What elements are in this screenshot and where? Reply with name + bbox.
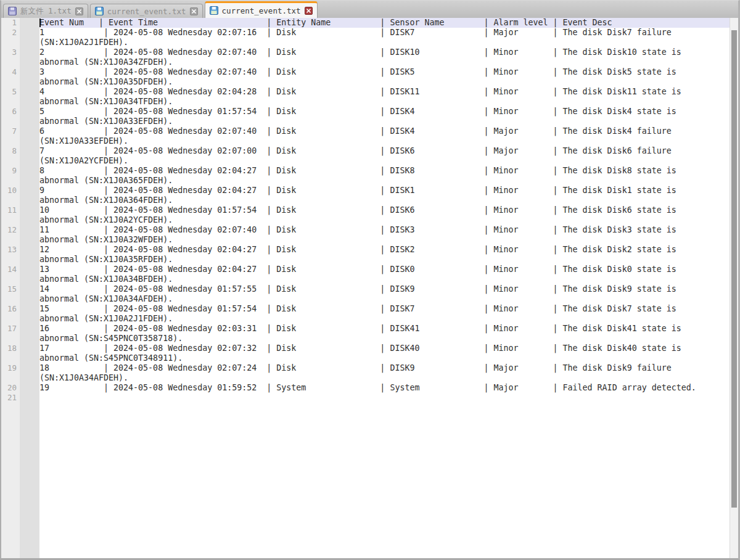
editor-line[interactable]: 43 | 2024-05-08 Wednesday 02:07:40 | Dis… [1,67,730,77]
editor-line[interactable]: abnormal (SN:X1J0A2YCFDEH). [1,215,730,225]
line-number [1,215,20,225]
close-icon[interactable] [190,7,198,15]
line-text[interactable]: 6 | 2024-05-08 Wednesday 02:07:40 | Disk… [39,126,730,136]
editor-line[interactable]: 21 | 2024-05-08 Wednesday 02:07:16 | Dis… [1,28,730,38]
tab-current-event-2-active[interactable]: current_event.txt [205,1,318,18]
editor-line[interactable]: abnormal (SN:X1J0A2J1FDEH). [1,314,730,324]
line-text[interactable]: 17 | 2024-05-08 Wednesday 02:07:32 | Dis… [39,344,730,353]
line-number: 17 [1,324,20,334]
editor-line[interactable]: 109 | 2024-05-08 Wednesday 02:04:27 | Di… [1,186,730,196]
editor-line[interactable]: 54 | 2024-05-08 Wednesday 02:04:28 | Dis… [1,87,730,97]
line-text[interactable]: (SN:X1J0A2J1FDEH). [39,38,730,47]
editor-line[interactable]: 1716 | 2024-05-08 Wednesday 02:03:31 | D… [1,324,730,334]
line-text[interactable]: abnormal (SN:X1J0A2J1FDEH). [39,314,730,324]
editor-line[interactable]: 2019 | 2024-05-08 Wednesday 01:59:52 | S… [1,383,730,393]
line-text[interactable]: (SN:X1J0A34AFDEH). [39,373,730,383]
line-text[interactable]: 3 | 2024-05-08 Wednesday 02:07:40 | Disk… [39,67,730,77]
editor-line[interactable]: 1211 | 2024-05-08 Wednesday 02:07:40 | D… [1,225,730,235]
editor-line[interactable]: (SN:X1J0A2YCFDEH). [1,156,730,166]
line-text[interactable]: abnormal (SN:X1J0A35DFDEH). [39,77,730,87]
editor-line[interactable]: abnormal (SN:X1J0A32WFDEH). [1,235,730,245]
editor-line[interactable]: (SN:X1J0A34AFDEH). [1,373,730,383]
line-margin [20,28,39,38]
editor-line[interactable]: abnormal (SN:X1J0A34AFDEH). [1,294,730,304]
line-text[interactable]: 13 | 2024-05-08 Wednesday 02:04:27 | Dis… [39,265,730,274]
editor-line[interactable]: 1817 | 2024-05-08 Wednesday 02:07:32 | D… [1,344,730,353]
editor-line[interactable]: (SN:X1J0A33EFDEH). [1,136,730,146]
line-text[interactable]: abnormal (SN:X1J0A34AFDEH). [39,294,730,304]
line-text[interactable]: 10 | 2024-05-08 Wednesday 01:57:54 | Dis… [39,205,730,215]
editor-line[interactable]: abnormal (SN:X1J0A35DFDEH). [1,77,730,87]
line-margin [20,324,39,334]
line-number [1,136,20,146]
editor-line[interactable]: 1615 | 2024-05-08 Wednesday 01:57:54 | D… [1,304,730,314]
line-margin [20,117,39,126]
editor-line[interactable]: abnormal (SN:X1J0A365FDEH). [1,176,730,186]
editor-line[interactable]: 1918 | 2024-05-08 Wednesday 02:07:24 | D… [1,363,730,373]
tab-new-file-1[interactable]: 新文件 1.txt [3,4,88,18]
line-text[interactable]: 11 | 2024-05-08 Wednesday 02:07:40 | Dis… [39,225,730,235]
editor-line[interactable]: 1514 | 2024-05-08 Wednesday 01:57:55 | D… [1,284,730,294]
editor-line[interactable]: abnormal (SN:X1J0A34ZFDEH). [1,57,730,67]
line-margin [20,156,39,166]
editor-line[interactable]: abnormal (SN:X1J0A35RFDEH). [1,255,730,265]
line-margin [20,107,39,117]
editor-line[interactable]: 1312 | 2024-05-08 Wednesday 02:04:27 | D… [1,245,730,255]
line-number: 19 [1,363,20,373]
line-text[interactable]: 15 | 2024-05-08 Wednesday 01:57:54 | Dis… [39,304,730,314]
text-editor[interactable]: 1Event Num | Event Time | Entity Name | … [1,18,738,558]
close-icon[interactable] [305,7,313,15]
editor-line[interactable]: 1Event Num | Event Time | Entity Name | … [1,18,730,28]
line-text[interactable]: 19 | 2024-05-08 Wednesday 01:59:52 | Sys… [39,383,730,393]
line-text[interactable]: abnormal (SN:X1J0A34TFDEH). [39,97,730,107]
line-number [1,294,20,304]
line-text[interactable]: 4 | 2024-05-08 Wednesday 02:04:28 | Disk… [39,87,730,97]
editor-line[interactable]: abnormal (SN:X1J0A364FDEH). [1,196,730,205]
editor-line[interactable]: (SN:X1J0A2J1FDEH). [1,38,730,47]
line-text[interactable]: 9 | 2024-05-08 Wednesday 02:04:27 | Disk… [39,186,730,196]
editor-line[interactable]: 1110 | 2024-05-08 Wednesday 01:57:54 | D… [1,205,730,215]
line-number: 9 [1,166,20,176]
editor-line[interactable]: abnormal (SN:X1J0A34BFDEH). [1,274,730,284]
editor-line[interactable]: 65 | 2024-05-08 Wednesday 01:57:54 | Dis… [1,107,730,117]
line-text[interactable] [39,393,730,403]
line-text[interactable]: abnormal (SN:X1J0A32WFDEH). [39,235,730,245]
tab-current-event-1[interactable]: current_event.txt [90,4,203,18]
line-number: 18 [1,344,20,353]
editor-line[interactable]: 87 | 2024-05-08 Wednesday 02:07:00 | Dis… [1,146,730,156]
line-text[interactable]: abnormal (SN:X1J0A365FDEH). [39,176,730,186]
line-text[interactable]: 8 | 2024-05-08 Wednesday 02:04:27 | Disk… [39,166,730,176]
line-text[interactable]: abnormal (SN:X1J0A2YCFDEH). [39,215,730,225]
line-text[interactable]: 5 | 2024-05-08 Wednesday 01:57:54 | Disk… [39,107,730,117]
editor-line[interactable]: 76 | 2024-05-08 Wednesday 02:07:40 | Dis… [1,126,730,136]
line-text[interactable]: 7 | 2024-05-08 Wednesday 02:07:00 | Disk… [39,146,730,156]
line-text[interactable]: abnormal (SN:X1J0A34BFDEH). [39,274,730,284]
editor-line[interactable]: abnormal (SN:S45PNC0T358718). [1,334,730,344]
line-text[interactable]: abnormal (SN:S45PNC0T348911). [39,353,730,363]
line-text[interactable]: abnormal (SN:X1J0A34ZFDEH). [39,57,730,67]
vertical-scrollbar[interactable] [730,18,738,558]
line-number: 8 [1,146,20,156]
line-text[interactable]: 16 | 2024-05-08 Wednesday 02:03:31 | Dis… [39,324,730,334]
editor-line[interactable]: abnormal (SN:X1J0A34TFDEH). [1,97,730,107]
line-text[interactable]: abnormal (SN:X1J0A33EFDEH). [39,117,730,126]
editor-line[interactable]: 98 | 2024-05-08 Wednesday 02:04:27 | Dis… [1,166,730,176]
line-text[interactable]: Event Num | Event Time | Entity Name | S… [39,18,730,28]
editor-line[interactable]: abnormal (SN:S45PNC0T348911). [1,353,730,363]
line-text[interactable]: 14 | 2024-05-08 Wednesday 01:57:55 | Dis… [39,284,730,294]
editor-line[interactable]: 1413 | 2024-05-08 Wednesday 02:04:27 | D… [1,265,730,274]
line-text[interactable]: abnormal (SN:S45PNC0T358718). [39,334,730,344]
editor-line[interactable]: 32 | 2024-05-08 Wednesday 02:07:40 | Dis… [1,47,730,57]
line-text[interactable]: abnormal (SN:X1J0A35RFDEH). [39,255,730,265]
close-icon[interactable] [75,7,83,15]
line-text[interactable]: (SN:X1J0A2YCFDEH). [39,156,730,166]
line-text[interactable]: 18 | 2024-05-08 Wednesday 02:07:24 | Dis… [39,363,730,373]
line-text[interactable]: 2 | 2024-05-08 Wednesday 02:07:40 | Disk… [39,47,730,57]
line-text[interactable]: 12 | 2024-05-08 Wednesday 02:04:27 | Dis… [39,245,730,255]
editor-line[interactable]: abnormal (SN:X1J0A33EFDEH). [1,117,730,126]
editor-line[interactable]: 21 [1,393,730,403]
line-text[interactable]: 1 | 2024-05-08 Wednesday 02:07:16 | Disk… [39,28,730,38]
scrollbar-thumb[interactable] [731,30,737,508]
line-text[interactable]: (SN:X1J0A33EFDEH). [39,136,730,146]
line-text[interactable]: abnormal (SN:X1J0A364FDEH). [39,196,730,205]
